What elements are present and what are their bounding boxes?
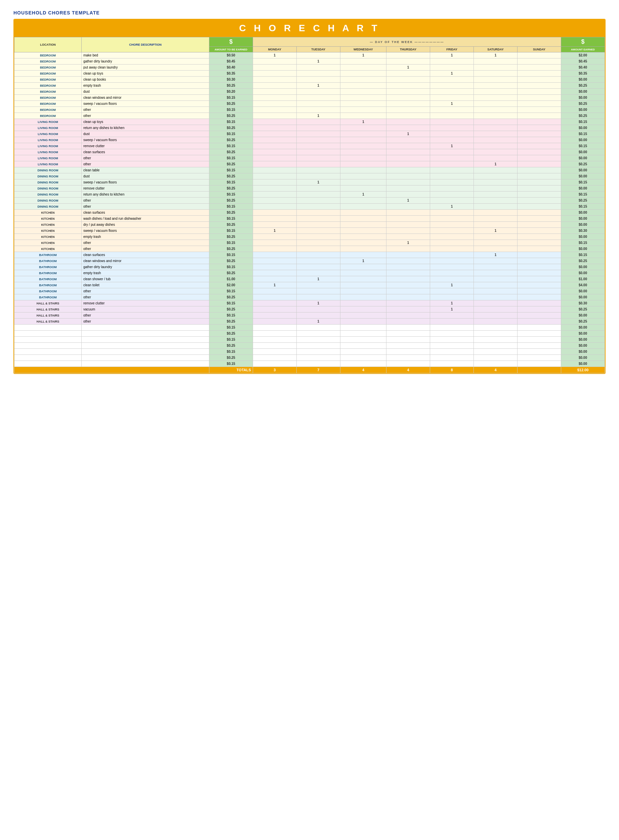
table-row: KITCHENempty trash$0.25$0.00: [15, 234, 605, 240]
day-cell: [253, 167, 296, 173]
amount-cell: $0.25: [209, 149, 253, 155]
day-cell: [474, 203, 517, 210]
day-cell: [517, 349, 561, 355]
day-cell: [430, 58, 474, 64]
day-cell: 1: [430, 52, 474, 58]
day-cell: 1: [340, 191, 386, 197]
day-cell: [386, 179, 430, 185]
table-row: HALL & STAIRSremove clutter$0.1511$0.30: [15, 300, 605, 306]
desc-cell: clean windows and mirror: [81, 258, 209, 264]
day-cell: [430, 270, 474, 276]
day-cell: [253, 300, 296, 306]
table-row: BEDROOMclean up toys$0.351$0.35: [15, 70, 605, 76]
day-cell: [386, 318, 430, 324]
earned-cell: $0.25: [561, 101, 604, 107]
day-cell: [474, 306, 517, 312]
day-cell: [253, 246, 296, 252]
day-cell: [430, 294, 474, 300]
table-row: BEDROOMmake bed$0.501111$2.00: [15, 52, 605, 58]
amount-cell: $0.15: [209, 143, 253, 149]
day-cell: [296, 264, 340, 270]
location-cell: DINING ROOM: [15, 185, 82, 191]
location-cell: KITCHEN: [15, 246, 82, 252]
day-cell: [474, 113, 517, 119]
table-row: KITCHENsweep / vacuum floors$0.1511$0.30: [15, 228, 605, 234]
location-cell: BEDROOM: [15, 89, 82, 95]
earned-cell: $0.00: [561, 234, 604, 240]
day-cell: [430, 330, 474, 337]
header-amount-icon: $: [209, 37, 253, 47]
table-row: BEDROOMclean windows and mirror$0.15$0.0…: [15, 95, 605, 101]
day-cell: [474, 240, 517, 246]
day-cell: [340, 246, 386, 252]
table-row: BATHROOMclean toilet$2.0011$4.00: [15, 282, 605, 288]
header-day-of-week: — DAY OF THE WEEK ————————: [253, 37, 561, 47]
day-cell: [340, 210, 386, 216]
amount-cell: $0.25: [209, 113, 253, 119]
day-cell: [517, 125, 561, 131]
day-cell: [386, 101, 430, 107]
location-cell: LIVING ROOM: [15, 137, 82, 143]
table-row: BATHROOMclean surfaces$0.151$0.15: [15, 252, 605, 258]
table-row: $0.25$0.00: [15, 355, 605, 361]
day-cell: [296, 185, 340, 191]
desc-cell: other: [81, 240, 209, 246]
location-cell: BEDROOM: [15, 76, 82, 83]
desc-cell: vacuum: [81, 306, 209, 312]
day-cell: [430, 222, 474, 228]
day-cell: [430, 276, 474, 282]
day-cell: [296, 330, 340, 337]
desc-cell: sweep / vacuum floors: [81, 137, 209, 143]
table-row: HALL & STAIRSvacuum$0.251$0.25: [15, 306, 605, 312]
day-cell: [517, 210, 561, 216]
table-row: DINING ROOMremove clutter$0.25$0.00: [15, 185, 605, 191]
table-row: $0.15$0.00: [15, 361, 605, 367]
amount-cell: $0.15: [209, 288, 253, 294]
header-amount-be: AMOUNT TO BE EARNED: [209, 47, 253, 52]
desc-cell: other: [81, 312, 209, 318]
day-cell: [517, 52, 561, 58]
earned-cell: $0.00: [561, 185, 604, 191]
location-cell: HALL & STAIRS: [15, 312, 82, 318]
day-cell: [253, 197, 296, 203]
day-cell: [386, 234, 430, 240]
day-cell: [474, 125, 517, 131]
amount-cell: $0.50: [209, 52, 253, 58]
day-cell: [430, 113, 474, 119]
page-title: HOUSEHOLD CHORES TEMPLATE: [13, 10, 606, 15]
day-cell: [296, 137, 340, 143]
desc-cell: sweep / vacuum floors: [81, 179, 209, 185]
day-cell: [517, 173, 561, 179]
location-cell: HALL & STAIRS: [15, 300, 82, 306]
day-cell: [517, 330, 561, 337]
earned-cell: $0.00: [561, 337, 604, 343]
day-cell: [474, 349, 517, 355]
earned-cell: $2.00: [561, 52, 604, 58]
earned-cell: $0.30: [561, 228, 604, 234]
location-cell: BATHROOM: [15, 288, 82, 294]
day-cell: [517, 179, 561, 185]
amount-cell: $0.25: [209, 294, 253, 300]
day-cell: [517, 155, 561, 161]
amount-cell: $0.15: [209, 361, 253, 367]
day-cell: [474, 270, 517, 276]
day-cell: [517, 143, 561, 149]
day-cell: [517, 167, 561, 173]
table-row: BATHROOMgather dirty laundry$0.15$0.00: [15, 264, 605, 270]
day-cell: [386, 107, 430, 113]
day-cell: [340, 324, 386, 330]
desc-cell: wash dishes / load and run dishwasher: [81, 216, 209, 222]
totals-thursday: 4: [386, 367, 430, 373]
desc-cell: other: [81, 203, 209, 210]
day-cell: [386, 155, 430, 161]
desc-cell: other: [81, 161, 209, 167]
earned-cell: $0.00: [561, 324, 604, 330]
table-row: LIVING ROOMother$0.251$0.25: [15, 161, 605, 167]
desc-cell: clean windows and mirror: [81, 95, 209, 101]
day-cell: [474, 89, 517, 95]
table-row: DINING ROOMdust$0.25$0.00: [15, 173, 605, 179]
desc-cell: [81, 330, 209, 337]
table-row: BEDROOMput away clean laundry$0.401$0.40: [15, 64, 605, 70]
day-cell: [474, 64, 517, 70]
location-cell: HALL & STAIRS: [15, 306, 82, 312]
